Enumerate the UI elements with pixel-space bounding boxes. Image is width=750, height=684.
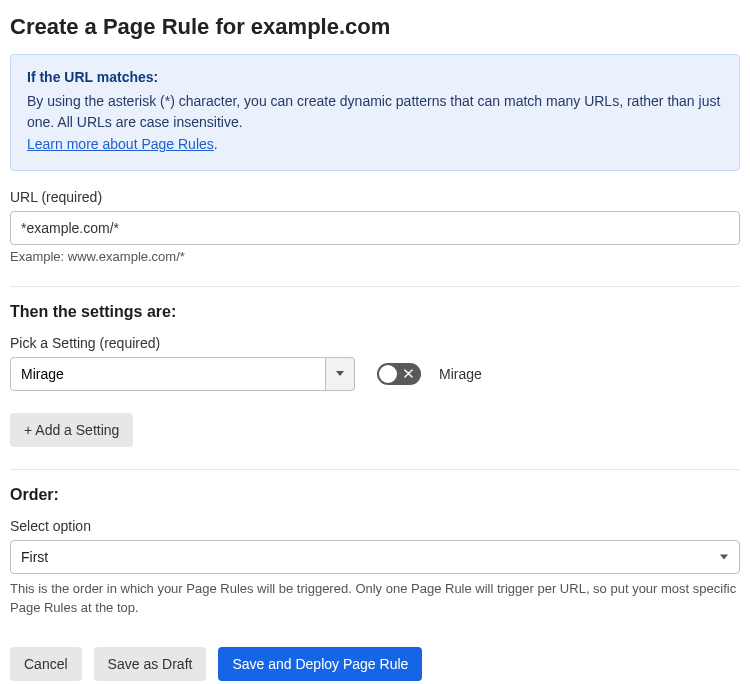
info-body: By using the asterisk (*) character, you… bbox=[27, 93, 720, 131]
setting-combobox[interactable] bbox=[10, 357, 355, 391]
cancel-button[interactable]: Cancel bbox=[10, 647, 82, 681]
url-label: URL (required) bbox=[10, 189, 740, 205]
order-select-label: Select option bbox=[10, 518, 740, 534]
toggle-label: Mirage bbox=[439, 366, 482, 382]
setting-input[interactable] bbox=[10, 357, 355, 391]
add-setting-button[interactable]: + Add a Setting bbox=[10, 413, 133, 447]
learn-more-link[interactable]: Learn more about Page Rules bbox=[27, 136, 214, 152]
action-bar: Cancel Save as Draft Save and Deploy Pag… bbox=[10, 647, 740, 681]
close-icon bbox=[404, 369, 413, 378]
url-example: Example: www.example.com/* bbox=[10, 249, 740, 264]
page-title: Create a Page Rule for example.com bbox=[10, 14, 740, 40]
order-hint: This is the order in which your Page Rul… bbox=[10, 580, 740, 618]
pick-setting-label: Pick a Setting (required) bbox=[10, 335, 740, 351]
setting-dropdown-button[interactable] bbox=[325, 357, 355, 391]
chevron-down-icon bbox=[336, 371, 344, 376]
divider bbox=[10, 286, 740, 287]
toggle-knob bbox=[379, 365, 397, 383]
mirage-toggle[interactable] bbox=[377, 363, 421, 385]
order-title: Order: bbox=[10, 486, 740, 504]
order-select-value[interactable]: First bbox=[10, 540, 740, 574]
save-deploy-button[interactable]: Save and Deploy Page Rule bbox=[218, 647, 422, 681]
settings-title: Then the settings are: bbox=[10, 303, 740, 321]
order-select[interactable]: First bbox=[10, 540, 740, 574]
info-box: If the URL matches: By using the asteris… bbox=[10, 54, 740, 171]
info-title: If the URL matches: bbox=[27, 67, 723, 89]
info-period: . bbox=[214, 136, 218, 152]
save-draft-button[interactable]: Save as Draft bbox=[94, 647, 207, 681]
divider bbox=[10, 469, 740, 470]
url-input[interactable] bbox=[10, 211, 740, 245]
